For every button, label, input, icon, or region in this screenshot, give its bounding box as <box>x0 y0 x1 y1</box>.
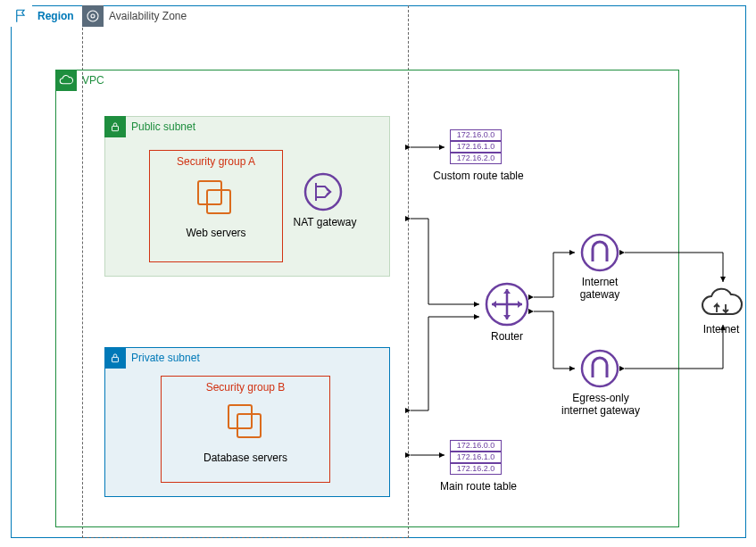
svg-point-10 <box>582 235 618 270</box>
web-servers-instance-icon <box>195 178 236 219</box>
database-servers-instance-icon <box>225 402 266 443</box>
main-route-table-entry: 172.16.0.0 <box>450 440 502 452</box>
security-group-b-label: Security group B <box>161 381 330 394</box>
svg-point-0 <box>87 11 98 21</box>
router-icon <box>485 282 529 327</box>
main-route-table-entry: 172.16.2.0 <box>450 463 502 475</box>
internet-gateway-label: Internet gateway <box>564 276 636 301</box>
region-flag-icon <box>11 5 32 27</box>
custom-route-table-entry: 172.16.0.0 <box>450 129 502 141</box>
private-subnet-lock-icon <box>104 347 126 369</box>
private-subnet-label: Private subnet <box>131 352 200 364</box>
web-servers-label: Web servers <box>149 227 283 239</box>
svg-rect-6 <box>112 357 119 361</box>
custom-route-table-entry: 172.16.1.0 <box>450 141 502 153</box>
svg-point-11 <box>582 351 618 386</box>
svg-point-1 <box>91 14 95 18</box>
region-label: Region <box>37 10 74 22</box>
internet-gateway-icon <box>580 233 619 272</box>
internet-label: Internet <box>696 323 746 336</box>
main-route-table-entry: 172.16.1.0 <box>450 452 502 463</box>
egress-only-gateway-icon <box>580 349 619 388</box>
vpc-cloud-icon <box>55 70 77 91</box>
security-group-a-label: Security group A <box>149 155 283 168</box>
database-servers-label: Database servers <box>161 452 330 464</box>
internet-cloud-icon <box>699 286 744 321</box>
custom-route-table-label: Custom route table <box>425 170 532 182</box>
public-subnet-lock-icon <box>104 116 126 137</box>
svg-rect-2 <box>112 126 119 130</box>
main-route-table-label: Main route table <box>428 480 528 493</box>
svg-rect-7 <box>228 405 252 428</box>
svg-rect-8 <box>237 414 261 437</box>
availability-zone-label: Availability Zone <box>109 10 187 22</box>
nat-gateway-label: NAT gateway <box>287 216 362 228</box>
egress-only-gateway-label: Egress-only internet gateway <box>561 392 641 417</box>
vpc-label: VPC <box>82 74 104 87</box>
router-label: Router <box>482 330 532 343</box>
availability-zone-icon <box>82 5 104 27</box>
nat-gateway-icon <box>303 172 343 211</box>
svg-rect-4 <box>207 190 230 213</box>
public-subnet-label: Public subnet <box>131 120 195 133</box>
svg-point-5 <box>305 174 341 210</box>
svg-rect-3 <box>198 181 221 204</box>
custom-route-table-entry: 172.16.2.0 <box>450 153 502 164</box>
